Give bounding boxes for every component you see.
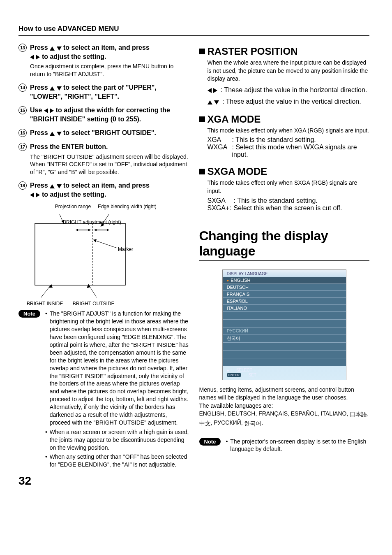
bullet-dot: • [45, 310, 47, 426]
section-title: How to use ADVANCED MENU [18, 25, 369, 36]
svg-line-8 [41, 284, 51, 297]
xga-heading: XGA MODE [199, 114, 370, 125]
right-icon [50, 108, 54, 113]
right-icon [36, 193, 40, 197]
step18-text-b: to select an item, and press [63, 182, 150, 189]
step-number-17: 17 [18, 143, 27, 151]
osd-item-italiano: ITALIANO [223, 305, 346, 312]
up-icon [50, 132, 55, 136]
note-bullet-2: When any setting other than "OFF" has be… [50, 453, 189, 469]
diagram-bright-inside: BRIGHT INSIDE [27, 301, 63, 307]
left-icon [44, 108, 48, 113]
changing-title: Changing the display language [199, 228, 370, 261]
diagram-proj-range: Projection range [55, 204, 91, 209]
diagram-bright-adj: BRIGHT adjustment (right) [63, 219, 121, 225]
osd-item-english: ENGLISH [223, 277, 346, 284]
step13-text-b: to select an item, and press [63, 44, 150, 51]
osd-item-francais: FRANÇAIS [223, 291, 346, 298]
step16-text-b: to select "BRIGHT OUTSIDE". [63, 129, 156, 136]
down-icon [214, 100, 219, 104]
osd-item-blank4 [223, 351, 346, 358]
osd-item-blank1 [223, 312, 346, 320]
lang-sep3: . [261, 419, 263, 426]
xga-k1: XGA [208, 136, 229, 144]
note-label: Note [18, 310, 40, 318]
raster-title: RASTER POSITION [208, 46, 298, 57]
osd-set: SET [248, 373, 256, 377]
step13-body: Once adjustment is complete, press the M… [30, 63, 189, 78]
bullet-dot: • [226, 438, 228, 453]
note-right-text: The projector's on-screen display is set… [230, 438, 369, 453]
note-label-right: Note [199, 438, 221, 446]
step18-text-a: Press [30, 182, 48, 189]
lang-chinese: 中文 [199, 420, 211, 427]
osd-item-blank2 [223, 320, 346, 327]
changing-body3a: ENGLISH, DEUTSCH, FRANÇAIS, ESPAÑOL, ITA… [199, 410, 350, 417]
osd-item-deutsch: DEUTSCH [223, 284, 346, 291]
sxga-body: This mode takes effect only when SXGA (R… [199, 179, 370, 195]
updown-icon: ♦ [227, 368, 229, 373]
diagram-marker: Marker [118, 246, 133, 252]
step13-text-a: Press [30, 44, 48, 51]
page-number: 32 [18, 474, 369, 488]
left-icon [208, 88, 212, 93]
right-icon [213, 88, 217, 93]
xga-v2: : Select this mode when WXGA signals are… [232, 144, 370, 158]
sxga-k2: SXGA+: [208, 204, 231, 212]
step14-text-a: Press [30, 84, 48, 91]
changing-body2: The available languages are: [199, 402, 370, 410]
step-number-15: 15 [18, 106, 27, 114]
sxga-v2: Select this when the screen is cut off. [234, 204, 342, 212]
step-15: 15 Use to adjust the width for correctin… [18, 106, 189, 123]
svg-rect-0 [35, 223, 125, 285]
lang-japanese: 日本語 [350, 411, 367, 418]
note-box-right: Note •The projector's on-screen display … [199, 438, 370, 455]
step-13: 13 Press to select an item, and press to… [18, 43, 189, 78]
svg-marker-7 [93, 239, 97, 242]
step-number-14: 14 [18, 84, 27, 92]
step-17: 17 Press the ENTER button. The "BRIGHT O… [18, 142, 189, 176]
step-number-18: 18 [18, 181, 27, 190]
diagram-bright-outside: BRIGHT OUTSIDE [73, 301, 115, 307]
changing-body: Menus, setting items, adjustment screens… [199, 386, 370, 428]
left-column: 13 Press to select an item, and press to… [18, 43, 189, 470]
step18-text-c: to adjust the setting. [42, 191, 106, 198]
raster-v-text: : These adjust the value in the vertical… [222, 98, 361, 106]
step-16: 16 Press to select "BRIGHT OUTSIDE". [18, 128, 189, 137]
osd-menu: DISPLAY LANGUAGE ENGLISH DEUTSCH FRANÇAI… [222, 269, 346, 380]
up-icon [50, 86, 55, 91]
right-icon [36, 55, 40, 60]
lang-sep2: , РУССКИЙ, [211, 419, 244, 426]
bullet-dot: • [45, 428, 47, 452]
svg-line-6 [93, 240, 117, 248]
down-icon [57, 46, 62, 51]
raster-heading: RASTER POSITION [199, 46, 370, 57]
diagram-edge-width: Edge blending width (right) [98, 204, 157, 209]
left-icon [30, 55, 34, 60]
osd-item-russian: РУССКИЙ [223, 327, 346, 334]
osd-title: DISPLAY LANGUAGE [223, 270, 346, 277]
note-bullet-0: The "BRIGHT ADJUST" is a function for ma… [50, 310, 189, 426]
bullet-dot: • [45, 453, 47, 469]
osd-item-espanol: ESPAÑOL [223, 298, 346, 305]
sxga-v1: : This is the standard setting. [234, 197, 318, 204]
raster-h-item: : These adjust the value in the horizont… [208, 86, 370, 95]
note-box-left: Note •The "BRIGHT ADJUST" is a function … [18, 310, 189, 470]
enter-badge-icon: ENTER [227, 373, 241, 377]
lang-sep1: , [367, 410, 369, 417]
osd-item-korean: 한국어 [223, 334, 346, 343]
step-18: 18 Press to select an item, and press to… [18, 181, 189, 199]
edge-blending-diagram: Projection range Edge blending width (ri… [23, 204, 189, 307]
square-bullet-icon [199, 169, 205, 174]
note-bullet-1: When a rear screen or screen with a high… [50, 428, 189, 452]
xga-title: XGA MODE [208, 114, 261, 125]
step13-text-c: to adjust the setting. [42, 53, 106, 60]
sxga-heading: SXGA MODE [199, 166, 370, 177]
raster-v-item: : These adjust the value in the vertical… [208, 98, 370, 106]
raster-h-text: : These adjust the value in the horizont… [221, 86, 367, 95]
square-bullet-icon [199, 116, 205, 122]
step14-text-b: to select the part of "UPPER", "LOWER", … [30, 84, 157, 100]
step-number-13: 13 [18, 44, 27, 52]
xga-v1: : This is the standard setting. [232, 136, 316, 144]
step-14: 14 Press to select the part of "UPPER", … [18, 83, 189, 101]
